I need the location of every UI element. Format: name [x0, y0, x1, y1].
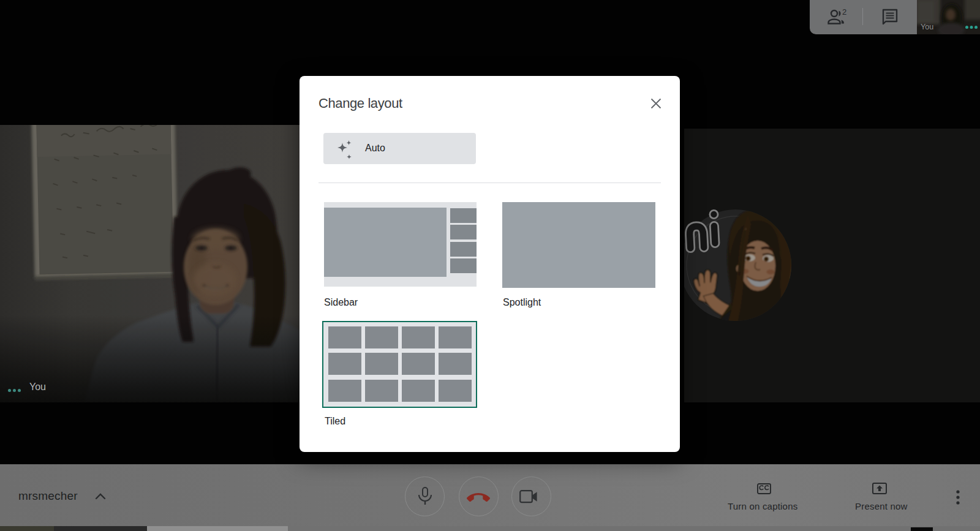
svg-text:2: 2	[842, 8, 846, 17]
